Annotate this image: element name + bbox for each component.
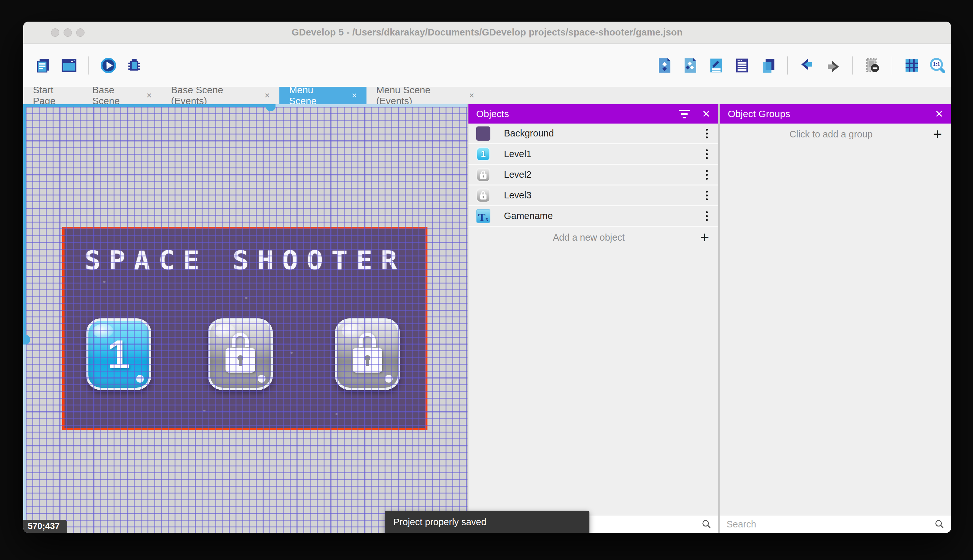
gloss-dot — [258, 375, 265, 383]
tab-label: Base Scene — [92, 85, 138, 107]
debug-icon[interactable] — [125, 57, 143, 75]
properties-icon[interactable] — [707, 57, 725, 75]
object-menu-icon[interactable] — [705, 127, 709, 140]
tab-base-scene-events[interactable]: Base Scene (Events) × — [161, 87, 279, 104]
level2-thumbnail — [476, 168, 490, 182]
object-groups-panel-title: Object Groups — [728, 108, 923, 119]
tab-start-page[interactable]: Start Page — [23, 87, 83, 104]
play-icon[interactable] — [99, 57, 117, 75]
filter-icon[interactable] — [679, 110, 690, 118]
tab-label: Base Scene (Events) — [171, 85, 256, 107]
toolbar-right-group: 1:1 — [656, 57, 946, 75]
add-group-row[interactable]: Click to add a group + — [720, 123, 951, 145]
object-name: Level2 — [504, 169, 705, 180]
vertical-scrollbar-thumb[interactable] — [23, 335, 30, 345]
gloss-dot — [136, 375, 144, 383]
project-manager-icon[interactable] — [34, 57, 52, 75]
level1-thumbnail: 1 — [476, 147, 490, 161]
background-thumbnail — [476, 127, 490, 141]
objects-panel: Objects ✕ Background 1 Level1 Level2 — [468, 104, 718, 533]
tab-base-scene[interactable]: Base Scene × — [83, 87, 161, 104]
add-object-label: Add a new object — [478, 232, 700, 243]
tab-label: Menu Scene — [289, 85, 343, 107]
object-groups-icon[interactable] — [681, 57, 700, 75]
object-row-level3[interactable]: Level3 — [468, 185, 718, 206]
lock-icon — [225, 333, 255, 373]
title-bar: GDevelop 5 - /Users/dkarakay/Documents/G… — [23, 22, 951, 43]
tab-menu-scene-events[interactable]: Menu Scene (Events) × — [367, 87, 484, 104]
toolbar-left-group — [34, 57, 143, 75]
redo-icon[interactable] — [824, 57, 842, 75]
toolbar-divider — [88, 57, 89, 75]
level2-button-instance[interactable] — [208, 318, 273, 390]
close-window-button[interactable] — [51, 28, 59, 37]
level3-thumbnail — [476, 188, 490, 203]
window-title: GDevelop 5 - /Users/dkarakay/Documents/G… — [292, 27, 683, 38]
scene-editor-icon[interactable] — [60, 57, 78, 75]
object-name: Background — [504, 128, 705, 139]
toolbar-divider — [852, 57, 853, 75]
undo-icon[interactable] — [798, 57, 816, 75]
toolbar-divider — [892, 57, 892, 75]
grid-icon[interactable] — [903, 57, 921, 75]
plus-icon[interactable]: + — [933, 127, 942, 142]
object-row-level1[interactable]: 1 Level1 — [468, 144, 718, 165]
object-groups-panel: Object Groups ✕ Click to add a group + — [720, 104, 951, 533]
object-row-background[interactable]: Background — [468, 123, 718, 144]
traffic-lights — [51, 28, 85, 37]
scene-background-instance[interactable]: SPACE SHOOTER 1 — [65, 229, 425, 428]
groups-search-bar — [720, 515, 951, 533]
layers-icon[interactable] — [759, 57, 777, 75]
zoom-1-1-icon[interactable]: 1:1 — [928, 57, 946, 75]
close-tab-icon[interactable]: × — [147, 91, 152, 100]
object-name: Level3 — [504, 190, 705, 201]
object-name: Level1 — [504, 149, 705, 159]
instances-list-icon[interactable] — [733, 57, 751, 75]
vertical-scrollbar[interactable] — [23, 104, 26, 533]
object-menu-icon[interactable] — [705, 189, 709, 202]
level1-button-instance[interactable]: 1 — [86, 318, 151, 390]
horizontal-scrollbar-thumb[interactable] — [266, 104, 275, 111]
objects-editor-icon[interactable] — [656, 57, 674, 75]
search-icon — [934, 519, 945, 529]
add-group-label: Click to add a group — [729, 129, 933, 140]
instances-mask-icon[interactable] — [863, 57, 881, 75]
object-menu-icon[interactable] — [705, 209, 709, 223]
lock-icon — [353, 333, 382, 373]
main-area: SPACE SHOOTER 1 — [23, 104, 951, 533]
close-icon[interactable]: ✕ — [935, 109, 943, 119]
tab-bar: Start Page Base Scene × Base Scene (Even… — [23, 87, 951, 104]
horizontal-scrollbar[interactable] — [23, 104, 468, 107]
close-tab-icon[interactable]: × — [469, 91, 474, 100]
close-icon[interactable]: ✕ — [702, 109, 710, 119]
tab-menu-scene[interactable]: Menu Scene × — [279, 87, 367, 104]
minimize-window-button[interactable] — [63, 28, 72, 37]
objects-panel-header: Objects ✕ — [468, 104, 718, 123]
save-toast: Project properly saved — [385, 511, 590, 533]
plus-icon[interactable]: + — [700, 230, 709, 245]
object-menu-icon[interactable] — [705, 168, 709, 182]
cursor-coordinates: 570;437 — [23, 520, 67, 533]
scene-canvas[interactable]: SPACE SHOOTER 1 — [23, 104, 468, 533]
groups-search-input[interactable] — [726, 519, 934, 530]
svg-text:1:1: 1:1 — [933, 62, 940, 67]
object-row-level2[interactable]: Level2 — [468, 165, 718, 185]
tab-label: Start Page — [33, 85, 73, 107]
toolbar-divider — [787, 57, 788, 75]
object-row-gamename[interactable]: Tx Gamename — [468, 206, 718, 227]
close-tab-icon[interactable]: × — [265, 91, 270, 100]
object-menu-icon[interactable] — [705, 147, 709, 161]
zoom-window-button[interactable] — [76, 28, 85, 37]
search-icon — [701, 519, 712, 529]
gdevelop-window: GDevelop 5 - /Users/dkarakay/Documents/G… — [23, 22, 951, 533]
object-name: Gamename — [504, 211, 705, 221]
tab-label: Menu Scene (Events) — [376, 85, 461, 107]
toolbar: 1:1 — [23, 44, 951, 87]
level3-button-instance[interactable] — [335, 318, 400, 390]
gloss-dot — [385, 375, 393, 383]
scene-title-text[interactable]: SPACE SHOOTER — [65, 245, 425, 275]
add-object-row[interactable]: Add a new object + — [468, 227, 718, 248]
object-groups-panel-header: Object Groups ✕ — [720, 104, 951, 123]
gamename-thumbnail: Tx — [476, 209, 490, 223]
close-tab-icon[interactable]: × — [352, 91, 357, 100]
